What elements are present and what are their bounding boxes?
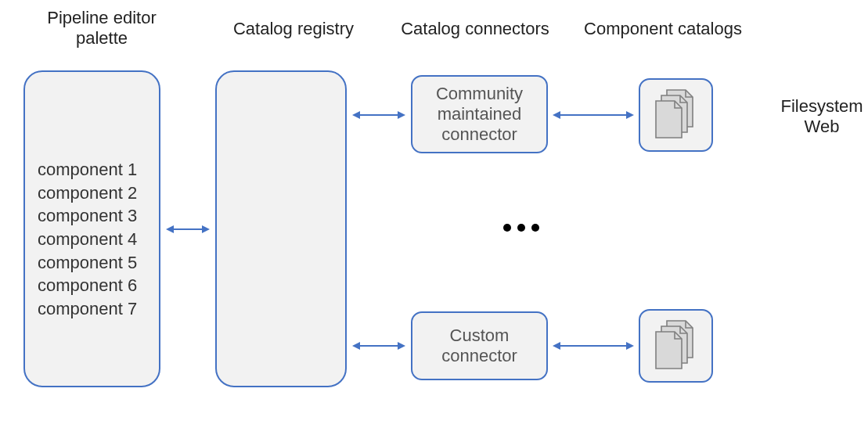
heading-catalogs: Component catalogs bbox=[569, 19, 757, 39]
bidirectional-arrow-icon bbox=[166, 224, 210, 235]
heading-palette: Pipeline editor palette bbox=[23, 8, 180, 49]
heading-connectors: Catalog connectors bbox=[389, 19, 561, 39]
side-text: Filesystem Web bbox=[775, 96, 868, 137]
catalog-box-bottom bbox=[639, 309, 713, 383]
svg-marker-5 bbox=[398, 111, 405, 119]
palette-list: component 1 component 2 component 3 comp… bbox=[38, 158, 137, 321]
community-connector-box: Community maintained connector bbox=[411, 75, 548, 153]
heading-registry: Catalog registry bbox=[215, 19, 372, 39]
ellipsis-icon bbox=[503, 224, 539, 232]
svg-marker-2 bbox=[202, 225, 210, 233]
custom-connector-box: Custom connector bbox=[411, 311, 548, 380]
svg-marker-13 bbox=[553, 342, 560, 350]
list-item: component 5 bbox=[38, 251, 137, 275]
palette-box: component 1 component 2 component 3 comp… bbox=[23, 70, 160, 387]
svg-marker-1 bbox=[166, 225, 174, 233]
custom-connector-label: Custom connector bbox=[412, 325, 546, 366]
list-item: component 1 bbox=[38, 158, 137, 182]
list-item: component 7 bbox=[38, 297, 137, 321]
svg-marker-11 bbox=[626, 111, 634, 119]
list-item: component 2 bbox=[38, 182, 137, 205]
svg-marker-8 bbox=[398, 342, 405, 350]
svg-marker-10 bbox=[553, 111, 560, 119]
diagram-canvas: Pipeline editor palette Catalog registry… bbox=[0, 0, 868, 428]
bidirectional-arrow-icon bbox=[553, 340, 634, 351]
documents-icon bbox=[654, 88, 699, 142]
registry-box bbox=[215, 70, 347, 387]
svg-marker-7 bbox=[352, 342, 360, 350]
list-item: component 4 bbox=[38, 228, 137, 251]
bidirectional-arrow-icon bbox=[553, 110, 634, 120]
svg-marker-4 bbox=[352, 111, 360, 119]
catalog-box-top bbox=[639, 78, 713, 152]
svg-marker-14 bbox=[626, 342, 634, 350]
bidirectional-arrow-icon bbox=[352, 340, 405, 351]
list-item: component 3 bbox=[38, 204, 137, 228]
list-item: component 6 bbox=[38, 274, 137, 297]
bidirectional-arrow-icon bbox=[352, 110, 405, 120]
community-connector-label: Community maintained connector bbox=[412, 84, 546, 145]
documents-icon bbox=[654, 319, 699, 372]
